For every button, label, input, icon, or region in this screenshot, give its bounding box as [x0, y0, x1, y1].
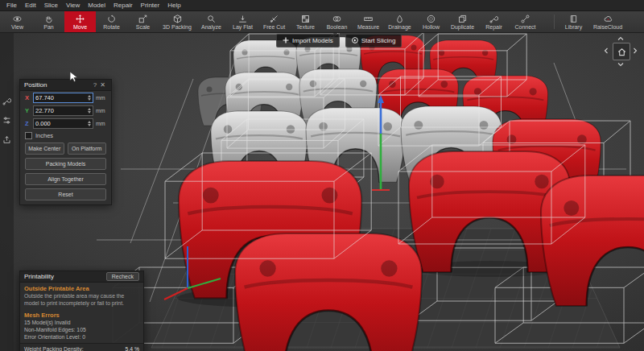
tool-raisecloud[interactable]: RaiseCloud	[589, 11, 626, 32]
texture-icon	[301, 14, 310, 23]
menu-bar: File Edit Slice View Model Repair Printe…	[0, 0, 644, 11]
tool-drainage[interactable]: Drainage	[384, 11, 415, 32]
sliders-icon[interactable]	[2, 116, 11, 125]
position-panel-header[interactable]: Position ? ✕	[20, 80, 111, 91]
tool-pan[interactable]: Pan	[33, 11, 64, 32]
home-icon	[617, 47, 627, 57]
mesh-error-line: Non-Manifold Edges: 105	[20, 326, 143, 333]
position-panel: Position ? ✕ X 67.740 mm Y 22.770 mm Z 0…	[19, 79, 112, 205]
tool-duplicate[interactable]: Duplicate	[447, 11, 478, 32]
recheck-button[interactable]: Recheck	[106, 272, 139, 281]
printability-panel: Printability Recheck Outside Printable A…	[19, 270, 144, 351]
rotate-left-icon[interactable]	[603, 47, 609, 54]
settings-wrench-icon[interactable]	[2, 97, 11, 105]
reset-button[interactable]: Reset	[25, 188, 106, 200]
packing-models-button[interactable]: Packing Models	[25, 158, 106, 170]
eye-icon	[13, 14, 22, 23]
cut-icon	[270, 14, 279, 23]
start-slicing-button[interactable]: Start Slicing	[345, 34, 402, 47]
menu-edit[interactable]: Edit	[21, 0, 40, 10]
tool-measure[interactable]: Measure	[353, 11, 384, 32]
scale-icon	[138, 14, 147, 23]
menu-slice[interactable]: Slice	[40, 0, 62, 10]
x-axis-label: X	[25, 94, 31, 101]
help-icon[interactable]: ?	[92, 82, 98, 89]
rotate-down-icon[interactable]	[617, 61, 624, 68]
inches-checkbox[interactable]	[25, 132, 32, 139]
y-axis-label: Y	[25, 107, 31, 114]
mesh-error-line: 15 Model(s) Invalid	[20, 319, 143, 326]
hand-icon	[44, 14, 53, 23]
rotate-right-icon[interactable]	[632, 47, 638, 54]
tool-view[interactable]: View	[2, 11, 33, 32]
move-arrows-icon	[76, 14, 85, 23]
library-icon	[569, 14, 578, 23]
tool-lay-flat[interactable]: Lay Flat	[227, 11, 258, 32]
outside-printable-area-title: Outside Printable Area	[20, 283, 143, 292]
view-navigation-widget[interactable]	[602, 37, 639, 68]
menu-model[interactable]: Model	[84, 0, 109, 10]
inches-label: Inches	[35, 132, 53, 139]
inches-row: Inches	[20, 130, 111, 141]
z-position-input[interactable]: 0.000	[33, 118, 93, 129]
z-stepper[interactable]	[88, 121, 91, 126]
menu-printer[interactable]: Printer	[137, 0, 164, 10]
tool-3d-packing[interactable]: 3D Packing	[159, 11, 196, 32]
tool-connect[interactable]: Connect	[510, 11, 541, 32]
menu-repair[interactable]: Repair	[109, 0, 137, 10]
toolbar-separator	[554, 14, 555, 29]
wrench-icon	[489, 14, 498, 23]
close-icon[interactable]: ✕	[98, 82, 107, 89]
tool-texture[interactable]: Texture	[290, 11, 321, 32]
x-axis-row: X 67.740 mm	[20, 91, 111, 104]
x-stepper[interactable]	[88, 95, 91, 101]
on-platform-button[interactable]: On Platform	[68, 142, 107, 155]
rotate-icon	[107, 14, 116, 23]
printability-title: Printability	[24, 273, 54, 280]
tool-rotate[interactable]: Rotate	[96, 11, 127, 32]
z-unit-label: mm	[96, 121, 106, 126]
mesh-error-line: Error Orientation Level: 0	[20, 333, 143, 341]
ruler-icon	[364, 14, 373, 23]
outside-printable-area-body: Outside the printable area may cause the…	[20, 292, 143, 309]
magnifier-icon	[207, 14, 216, 23]
cloud-icon	[604, 14, 613, 23]
import-models-button[interactable]: Import Models	[276, 34, 340, 47]
tool-move[interactable]: Move	[64, 11, 96, 32]
ideamaker-app-window: File Edit Slice View Model Repair Printe…	[0, 0, 644, 351]
printability-header: Printability Recheck	[20, 271, 143, 283]
main-toolbar: View Pan Move Rotate Scale 3D Packing An…	[0, 11, 644, 33]
droplet-icon	[395, 14, 404, 23]
play-icon	[352, 37, 358, 45]
menu-view[interactable]: View	[62, 0, 84, 10]
menu-help[interactable]: Help	[163, 0, 184, 10]
tool-hollow[interactable]: Hollow	[415, 11, 447, 32]
packing-density-row: Weight Packing Density: 5.4 %	[20, 345, 143, 351]
hollow-icon	[427, 14, 436, 23]
z-axis-label: Z	[25, 120, 31, 127]
z-axis-row: Z 0.000 mm	[20, 117, 111, 130]
scene-action-buttons: Import Models Start Slicing	[276, 34, 402, 47]
y-stepper[interactable]	[88, 108, 91, 114]
menu-file[interactable]: File	[2, 0, 21, 10]
export-icon[interactable]	[2, 135, 11, 144]
boolean-circles-icon	[332, 14, 341, 23]
align-together-button[interactable]: Align Together	[25, 173, 106, 185]
tool-repair[interactable]: Repair	[478, 11, 510, 32]
tool-analyze[interactable]: Analyze	[196, 11, 227, 32]
tool-scale[interactable]: Scale	[127, 11, 159, 32]
y-position-input[interactable]: 22.770	[33, 105, 93, 116]
home-view-button[interactable]	[613, 43, 630, 60]
make-center-button[interactable]: Make Center	[25, 142, 64, 155]
tool-library[interactable]: Library	[558, 11, 589, 32]
x-position-input[interactable]: 67.740	[33, 93, 93, 103]
duplicate-icon	[458, 14, 467, 23]
connect-icon	[521, 14, 530, 23]
lay-flat-icon	[238, 14, 247, 23]
tool-free-cut[interactable]: Free Cut	[258, 11, 290, 32]
y-unit-label: mm	[96, 108, 106, 114]
rotate-up-icon[interactable]	[617, 35, 624, 42]
left-tool-strip	[0, 32, 14, 351]
tool-boolean[interactable]: Boolean	[321, 11, 353, 32]
plus-icon	[283, 37, 289, 45]
